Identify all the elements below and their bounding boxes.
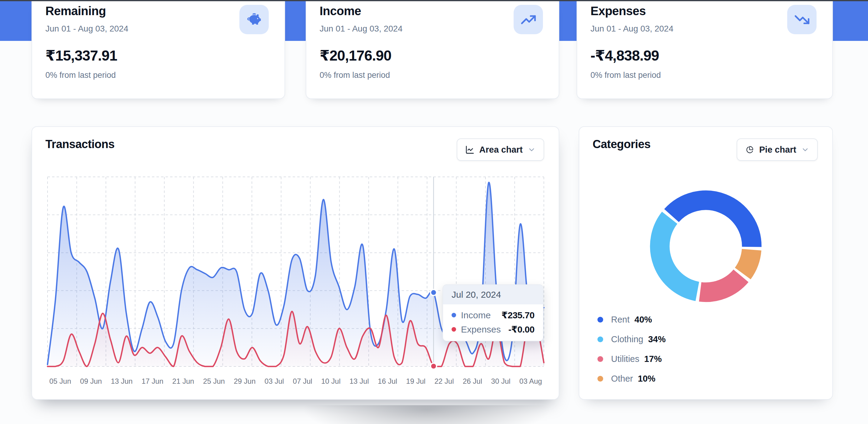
legend-label: Rent: [611, 315, 629, 325]
income-dot: [452, 313, 456, 317]
legend-percentage: 10%: [638, 374, 655, 384]
x-axis-label: 30 Jul: [491, 377, 510, 386]
legend-item: Utilities17%: [597, 351, 665, 366]
x-axis-label: 26 Jul: [463, 377, 482, 386]
x-axis-label: 17 Jun: [142, 377, 163, 386]
categories-card: Categories Pie chart Rent40%Clothing34%U…: [579, 126, 833, 400]
legend-item: Other10%: [597, 371, 665, 386]
legend-dot-icon: [597, 356, 603, 362]
x-axis-label: 05 Jun: [49, 377, 71, 386]
legend-item: Clothing34%: [597, 332, 665, 346]
date-range: Jun 01 - Aug 03, 2024: [45, 24, 271, 34]
categories-title: Categories: [593, 138, 650, 151]
card-title: Remaining: [45, 4, 271, 18]
donut-chart[interactable]: [647, 187, 765, 306]
x-axis-label: 29 Jun: [234, 377, 255, 386]
x-axis-label: 10 Jul: [321, 377, 340, 386]
legend-dot-icon: [597, 376, 603, 381]
chart-tooltip: Jul 20, 2024 Income ₹235.70 Expenses -₹0…: [442, 284, 544, 341]
x-axis-label: 13 Jul: [349, 377, 369, 386]
chart-type-label: Area chart: [479, 145, 523, 155]
legend-percentage: 17%: [644, 354, 661, 364]
x-axis-label: 03 Jul: [265, 377, 284, 386]
piggy-bank-icon: [239, 5, 269, 34]
legend-dot-icon: [597, 317, 603, 322]
remaining-card: Remaining Jun 01 - Aug 03, 2024 ₹15,337.…: [31, 1, 285, 99]
expenses-card: Expenses Jun 01 - Aug 03, 2024 -₹4,838.9…: [577, 1, 833, 99]
date-range: Jun 01 - Aug 03, 2024: [590, 24, 819, 34]
change-from-last-period: 0% from last period: [45, 70, 271, 80]
x-axis-label: 13 Jun: [111, 377, 132, 386]
x-axis-label: 09 Jun: [80, 377, 102, 386]
legend-item: Rent40%: [597, 312, 665, 327]
pie-chart-icon: [745, 145, 754, 154]
transactions-card: Transactions Area chart 05 Jun09 Jun13 J…: [31, 126, 559, 400]
date-range: Jun 01 - Aug 03, 2024: [319, 24, 546, 34]
tooltip-expenses-row: Expenses -₹0.00: [452, 324, 534, 335]
change-from-last-period: 0% from last period: [319, 70, 546, 80]
expenses-amount: -₹4,838.99: [590, 47, 819, 64]
legend-label: Other: [611, 374, 633, 384]
legend-percentage: 34%: [648, 334, 665, 344]
categories-legend: Rent40%Clothing34%Utilities17%Other10%: [597, 312, 665, 386]
tooltip-income-row: Income ₹235.70: [452, 310, 534, 320]
legend-percentage: 40%: [634, 315, 652, 325]
legend-dot-icon: [597, 337, 603, 342]
transactions-title: Transactions: [45, 138, 115, 151]
x-axis-label: 21 Jun: [172, 377, 194, 386]
x-axis-label: 03 Aug: [519, 377, 542, 386]
chevron-down-icon: [801, 146, 809, 154]
x-axis-label: 22 Jul: [434, 377, 454, 386]
card-title: Expenses: [590, 4, 819, 18]
chevron-down-icon: [528, 146, 536, 154]
trending-down-icon: [787, 5, 816, 34]
x-axis-labels: 05 Jun09 Jun13 Jun17 Jun21 Jun25 Jun29 J…: [48, 377, 544, 386]
pie-type-select[interactable]: Pie chart: [737, 138, 818, 161]
x-axis-label: 25 Jun: [203, 377, 225, 386]
remaining-amount: ₹15,337.91: [45, 47, 271, 64]
trending-up-icon: [514, 5, 543, 34]
tooltip-date: Jul 20, 2024: [443, 285, 543, 304]
below-fold-shadow: [266, 405, 587, 424]
change-from-last-period: 0% from last period: [590, 70, 819, 80]
income-card: Income Jun 01 - Aug 03, 2024 ₹20,176.90 …: [306, 1, 559, 99]
x-axis-label: 16 Jul: [378, 377, 397, 386]
pie-type-label: Pie chart: [760, 145, 797, 155]
legend-label: Utilities: [611, 354, 639, 364]
legend-label: Clothing: [611, 334, 643, 344]
expenses-dot: [452, 327, 456, 332]
x-axis-label: 19 Jul: [406, 377, 426, 386]
income-amount: ₹20,176.90: [319, 47, 546, 64]
x-axis-label: 07 Jul: [293, 377, 312, 386]
card-title: Income: [319, 4, 546, 18]
area-chart-icon: [465, 145, 474, 154]
chart-type-select[interactable]: Area chart: [457, 138, 544, 161]
